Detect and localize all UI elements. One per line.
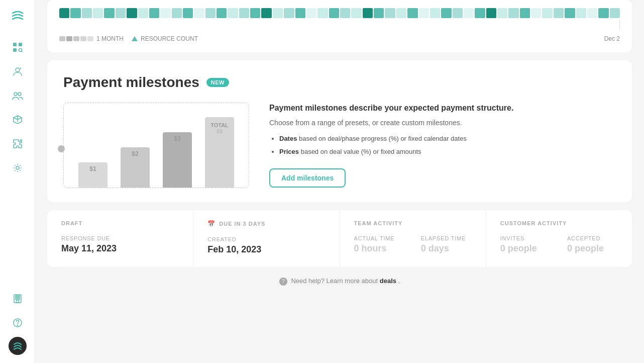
team-activity-columns: ACTUAL TIME 0 hours ELAPSED TIME 0 days [354,235,472,254]
bar-total-sub: $$ [217,128,223,134]
timeline-segment [598,8,608,18]
milestones-description: Payment milestones describe your expecte… [269,103,616,114]
svg-point-6 [14,93,17,96]
svg-rect-2 [13,48,17,52]
timeline-segment [250,8,260,18]
timeline-segment [363,8,373,18]
sidebar [0,0,35,363]
team-activity-label: TEAM ACTIVITY [354,220,403,226]
logo[interactable] [11,8,25,25]
puzzle-icon[interactable] [8,134,28,154]
accepted-field: ACCEPTED 0 people [567,235,618,254]
timeline-segment [576,8,586,18]
milestones-chart-area: $1 $2 $3 TOTAL $$ [63,103,249,188]
timeline-segment [340,8,350,18]
timeline-segment [104,8,114,18]
team-icon[interactable] [8,85,28,106]
svg-point-7 [18,93,21,96]
timeline-segment [329,8,339,18]
milestones-sub-description: Choose from a range of presets, or creat… [269,119,616,127]
timeline-segment [93,8,103,18]
elapsed-time-value: 0 days [421,243,472,254]
timeline-segment [205,8,216,18]
response-due-label: RESPONSE DUE [61,235,179,241]
accepted-value: 0 people [567,243,618,254]
dates-bold: Dates [279,135,297,142]
invites-label: INVITES [500,235,551,241]
svg-rect-14 [16,300,19,303]
building-icon[interactable] [8,289,28,309]
timeline-segment [396,8,406,18]
timeline-segment [261,8,271,18]
timeline-segment [295,8,305,18]
timeline-chart-card: 1 MONTH RESOURCE COUNT Dec 2 [47,0,632,52]
timeline-segment [430,8,440,18]
timeline-segment [59,8,69,18]
customer-activity-label: CUSTOMER ACTIVITY [500,220,567,226]
timeline-segment [284,8,294,18]
user-avatar[interactable] [9,337,27,355]
timeline-segment [453,8,463,18]
timeline-segment [497,8,507,18]
list-item-prices: Prices based on deal value (%) or fixed … [279,147,616,157]
timeline-segment [273,8,283,18]
bar-total-label: TOTAL [210,122,229,128]
svg-point-16 [17,325,18,326]
user-manage-icon[interactable] [8,61,28,81]
svg-rect-13 [18,296,20,297]
invites-field: INVITES 0 people [500,235,551,254]
timeline-segment [464,8,474,18]
timeline-segment [172,8,182,18]
dot-indicator [58,145,65,152]
milestones-body: $1 $2 $3 TOTAL $$ [63,103,616,188]
timeline-segment [306,8,316,18]
invites-value: 0 people [500,243,551,254]
svg-rect-10 [16,298,17,299]
timeline-segment [149,8,159,18]
timeline-segment [194,8,204,18]
timeline-segment [374,8,384,18]
timeline-segment [441,8,451,18]
legend-resource-item: RESOURCE COUNT [132,35,198,42]
timeline-segment [565,8,575,18]
box-icon[interactable] [8,110,28,130]
elapsed-time-field: ELAPSED TIME 0 days [421,235,472,254]
help-circle-icon[interactable] [8,313,28,333]
bar-s3: $3 [163,132,192,188]
settings-icon[interactable] [8,158,28,178]
customer-activity-columns: INVITES 0 people ACCEPTED 0 people [500,235,618,254]
timeline-segment [542,8,552,18]
created-field: CREATED Feb 10, 2023 [207,236,325,255]
timeline-segment [239,8,249,18]
svg-rect-11 [18,298,20,299]
legend-month-label: 1 MONTH [96,35,124,42]
timeline-segment [419,8,429,18]
bar-total: TOTAL $$ [205,117,235,188]
timeline-segment [183,8,193,18]
timeline-bar-container [59,8,620,29]
stats-card: DRAFT RESPONSE DUE May 11, 2023 📅 DUE IN… [47,210,632,267]
chart-legend: 1 MONTH RESOURCE COUNT [59,35,198,42]
timeline-segment [508,8,518,18]
timeline-segment [70,8,80,18]
dashboard-icon[interactable] [8,37,28,57]
milestones-header: Payment milestones NEW [63,74,616,90]
bar-group-total: TOTAL $$ [198,111,241,188]
timeline-segment [228,8,238,18]
due-label: DUE IN 3 DAYS [219,221,265,227]
timeline-segment [127,8,137,18]
timeline-segment [407,8,417,18]
svg-rect-9 [14,295,21,303]
deals-link[interactable]: deals [380,277,396,285]
main-content: 1 MONTH RESOURCE COUNT Dec 2 Payment mil… [35,0,644,363]
bar-group-1: $1 [72,111,114,188]
actual-time-field: ACTUAL TIME 0 hours [354,235,405,254]
add-milestones-button[interactable]: Add milestones [269,168,346,188]
legend-resource-label: RESOURCE COUNT [141,35,198,42]
help-footer: ? Need help? Learn more about deals . [47,267,632,296]
svg-rect-1 [19,43,22,46]
timeline-segment [610,8,620,18]
help-suffix: . [398,277,400,285]
timeline-segment [82,8,92,18]
timeline-segment [351,8,361,18]
